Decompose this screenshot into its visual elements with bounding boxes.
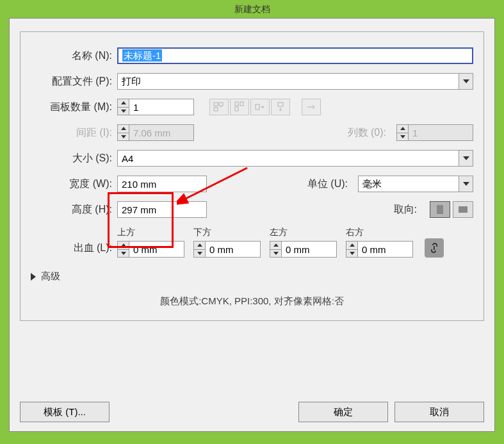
size-label: 大小 (S): [31,152,117,165]
height-label: 高度 (H): [31,203,117,217]
bleed-label: 出血 (L): [31,242,117,255]
units-select[interactable]: 毫米 [358,176,473,192]
spin-up-icon[interactable] [194,242,205,249]
svg-rect-0 [214,103,218,106]
name-label: 名称 (N): [31,49,117,63]
arrange-ltr-icon [302,99,321,115]
name-input[interactable]: 未标题-1 [117,47,473,64]
units-label: 单位 (U): [307,177,353,191]
orientation-label: 取向: [394,203,422,217]
arrange-down-icon [271,99,290,115]
grid-by-column-icon [230,99,249,115]
arrange-right-icon [250,99,270,115]
bleed-top-label: 上方 [117,227,184,238]
spacing-spinner: 7.06 mm [117,124,194,141]
width-input[interactable] [117,176,207,192]
spin-up-icon [397,125,408,133]
grid-by-row-icon [209,99,229,115]
spacing-label: 间距 (I): [31,126,117,140]
spin-down-icon[interactable] [118,249,129,258]
profile-label: 配置文件 (P): [31,75,117,88]
bleed-bottom-label: 下方 [193,227,261,238]
spin-down-icon[interactable] [194,249,205,258]
svg-rect-5 [240,102,243,106]
svg-rect-4 [235,107,238,111]
svg-rect-3 [235,102,238,106]
templates-button[interactable]: 模板 (T)... [20,402,110,422]
bleed-left-spinner[interactable]: 0 mm [270,241,337,258]
height-input[interactable] [117,201,207,218]
columns-spinner: 1 [396,124,473,141]
spin-up-icon[interactable] [118,99,129,107]
orientation-portrait-button[interactable] [430,201,450,218]
cancel-button[interactable]: 取消 [394,402,484,422]
bleed-right-label: 右方 [346,227,413,238]
spin-down-icon [118,133,129,141]
spin-down-icon[interactable] [118,107,129,115]
bleed-top-spinner[interactable]: 0 mm [117,241,184,258]
triangle-right-icon [31,273,36,281]
svg-rect-7 [278,103,283,106]
chevron-down-icon [459,151,473,166]
chevron-down-icon [459,176,473,192]
columns-label: 列数 (0): [348,126,391,140]
spin-down-icon[interactable] [346,249,357,258]
settings-panel: 名称 (N): 未标题-1 配置文件 (P): 打印 画板数量 (M): 1 [20,31,484,321]
spin-up-icon[interactable] [270,242,281,249]
orientation-landscape-button[interactable] [453,201,473,218]
ok-button[interactable]: 确定 [298,402,388,422]
spin-up-icon[interactable] [346,242,357,249]
size-select[interactable]: A4 [117,150,473,167]
spin-down-icon [397,133,408,141]
bleed-bottom-spinner[interactable]: 0 mm [193,241,261,258]
link-bleed-button[interactable] [425,238,444,258]
spin-up-icon [118,125,129,133]
svg-rect-1 [219,103,223,106]
bleed-left-label: 左方 [270,227,337,238]
artboards-label: 画板数量 (M): [31,101,117,114]
chevron-down-icon [459,74,473,89]
width-label: 宽度 (W): [31,177,117,191]
spin-up-icon[interactable] [118,242,129,249]
dialog-title: 新建文档 [0,0,504,18]
spin-down-icon[interactable] [270,249,281,258]
bleed-right-spinner[interactable]: 0 mm [346,241,413,258]
profile-select[interactable]: 打印 [117,73,473,90]
advanced-toggle[interactable]: 高级 [31,267,473,286]
color-mode-info: 颜色模式:CMYK, PPI:300, 对齐像素网格:否 [31,286,473,310]
svg-rect-6 [256,104,259,110]
svg-rect-2 [214,108,218,111]
dialog-body: 名称 (N): 未标题-1 配置文件 (P): 打印 画板数量 (M): 1 [9,18,495,432]
artboards-spinner[interactable]: 1 [117,99,194,115]
